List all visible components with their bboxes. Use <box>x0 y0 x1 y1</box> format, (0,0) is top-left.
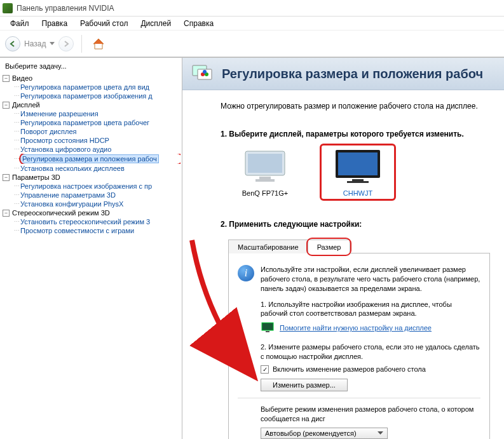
tab-bar: Масштабирование Размер <box>228 239 490 253</box>
select-value: Автовыбор (рекомендуется) <box>265 429 357 437</box>
tree-item[interactable]: Изменение разрешения <box>20 110 99 118</box>
menubar: Файл Правка Рабочий стол Дисплей Справка <box>0 17 504 30</box>
tab-scaling[interactable]: Масштабирование <box>228 240 308 253</box>
task-sidebar: Выберите задачу... −Видео⋯Регулировка па… <box>0 58 182 439</box>
tree-item[interactable]: Установить стереоскопический режим 3 <box>20 218 150 226</box>
info-text: Используйте эти настройки, если дисплей … <box>261 265 480 294</box>
step1-title: 1. Выберите дисплей, параметры которого … <box>221 130 490 138</box>
monitor-icon <box>261 322 275 334</box>
substep-2: 2. Измените размеры рабочего стола, если… <box>261 342 480 361</box>
checkbox-label: Включить изменение размеров рабочего сто… <box>273 365 426 373</box>
window-title: Панель управления NVIDIA <box>17 4 114 13</box>
svg-rect-10 <box>338 152 378 175</box>
tab-size[interactable]: Размер <box>308 240 351 253</box>
display-picker: BenQ FP71G+ CHHWJT <box>233 149 490 197</box>
toolbar-separator <box>81 35 82 53</box>
tree-item[interactable]: Регулировка параметров изображения д <box>20 92 153 100</box>
tree-item[interactable]: Поворот дисплея <box>20 128 76 135</box>
tree-group[interactable]: Видео <box>12 74 32 82</box>
svg-rect-6 <box>248 154 282 173</box>
nvidia-icon <box>3 3 13 13</box>
tree-item[interactable]: Просмотр совместимости с играми <box>20 227 134 234</box>
tree-toggle[interactable]: − <box>3 174 10 181</box>
tree-group[interactable]: Параметры 3D <box>12 173 60 181</box>
forward-button[interactable] <box>58 36 74 51</box>
tree-item[interactable]: Регулировка параметров цвета для вид <box>20 83 149 91</box>
tree-item[interactable]: Установка конфигурации PhysX <box>20 200 123 208</box>
sidebar-title: Выберите задачу... <box>1 60 180 74</box>
display-2-label: CHHWJT <box>326 189 390 197</box>
display-option-2[interactable]: CHHWJT <box>326 149 390 197</box>
tree-toggle[interactable]: − <box>3 210 10 217</box>
menu-display[interactable]: Дисплей <box>134 18 177 29</box>
main-header: Регулировка размера и положения рабоч <box>182 58 504 90</box>
help-link[interactable]: Помогите найти нужную настройку на диспл… <box>280 324 432 332</box>
tree-toggle[interactable]: − <box>3 75 10 82</box>
back-button[interactable] <box>5 36 20 51</box>
chevron-down-icon <box>378 431 383 435</box>
svg-rect-12 <box>347 181 369 183</box>
svg-rect-9 <box>336 150 380 178</box>
svg-rect-11 <box>352 179 364 181</box>
main-panel: Регулировка размера и положения рабоч Мо… <box>182 58 504 439</box>
page-title: Регулировка размера и положения рабоч <box>222 67 483 81</box>
back-dropdown-icon[interactable] <box>50 42 55 46</box>
tree-group[interactable]: Стереоскопический режим 3D <box>12 209 110 217</box>
intro-text: Можно отрегулировать размер и положение … <box>221 102 490 111</box>
info-icon: i <box>238 265 254 281</box>
tree-group[interactable]: Дисплей <box>12 101 40 109</box>
step2-title: 2. Применить следующие настройки: <box>221 220 490 229</box>
tree-item[interactable]: Установка нескольких дисплеев <box>20 165 125 172</box>
tree-item[interactable]: Управление параметрами 3D <box>20 191 116 199</box>
home-button[interactable] <box>90 35 107 53</box>
svg-point-4 <box>203 70 207 74</box>
svg-rect-8 <box>255 179 275 182</box>
tree-item[interactable]: Регулировка размера и положения рабоч <box>20 154 159 163</box>
window-titlebar: Панель управления NVIDIA <box>0 0 504 17</box>
checkbox-icon: ✓ <box>261 365 269 374</box>
toolbar: Назад <box>0 30 504 57</box>
svg-rect-14 <box>266 331 269 332</box>
enable-resize-checkbox[interactable]: ✓ Включить изменение размеров рабочего с… <box>261 365 480 374</box>
divider <box>238 398 480 398</box>
menu-edit[interactable]: Правка <box>36 18 74 29</box>
menu-help[interactable]: Справка <box>177 18 220 29</box>
tree-item[interactable]: Установка цифрового аудио <box>20 145 111 153</box>
display-option-1[interactable]: BenQ FP71G+ <box>233 149 297 197</box>
tree-item[interactable]: Регулировка настроек изображения с пр <box>20 182 152 190</box>
header-display-icon <box>190 64 213 83</box>
back-label: Назад <box>24 39 46 48</box>
menu-file[interactable]: Файл <box>4 18 36 29</box>
resize-button[interactable]: Изменить размер... <box>261 379 348 391</box>
tree-item[interactable]: Регулировка параметров цвета рабочег <box>20 119 149 126</box>
select-mode-label: Выберите режим изменения размеров рабоче… <box>261 405 480 424</box>
svg-rect-13 <box>262 323 273 330</box>
svg-rect-7 <box>259 177 271 179</box>
tree-item[interactable]: Просмотр состояния HDCP <box>20 137 109 144</box>
tab-panel-size: i Используйте эти настройки, если диспле… <box>228 253 490 439</box>
display-1-label: BenQ FP71G+ <box>233 189 297 197</box>
menu-desktop[interactable]: Рабочий стол <box>74 18 134 29</box>
resize-mode-select[interactable]: Автовыбор (рекомендуется) <box>261 428 388 439</box>
tree-toggle[interactable]: − <box>3 102 10 109</box>
substep-1: 1. Используйте настройки изображения на … <box>261 300 480 319</box>
